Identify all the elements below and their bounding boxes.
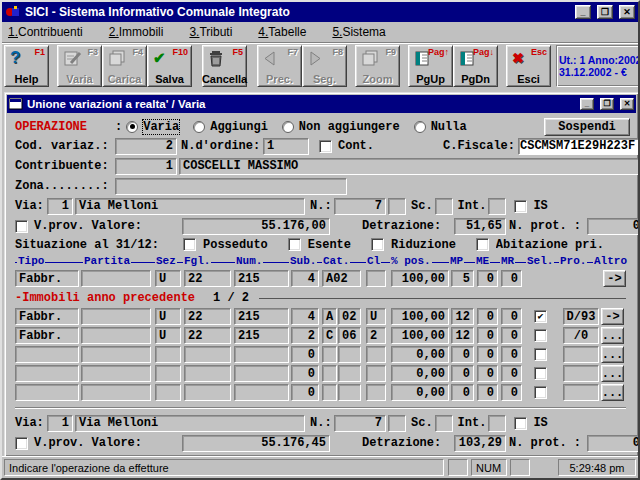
dialog-close-button[interactable]: ✕ <box>620 98 634 110</box>
cell-sez[interactable] <box>155 365 181 382</box>
cell-partita[interactable] <box>81 308 151 325</box>
abitazione-checkbox[interactable] <box>476 238 489 251</box>
altro-button[interactable]: ... <box>601 384 624 401</box>
cell-sub[interactable]: 0 <box>291 346 319 363</box>
cell-sub[interactable]: 2 <box>291 327 319 344</box>
cell-cat[interactable]: A02 <box>322 270 361 287</box>
cell-cl[interactable] <box>366 346 386 363</box>
via-name-field[interactable]: Via Melloni <box>75 198 305 215</box>
cell-partita[interactable] <box>81 384 151 401</box>
cell-mp[interactable]: 0 <box>451 365 474 382</box>
cell-partita[interactable] <box>81 327 151 344</box>
help-button[interactable]: ?F1Help <box>4 45 49 87</box>
cell-cl[interactable] <box>366 384 386 401</box>
cell-cat-number[interactable]: 06 <box>338 327 361 344</box>
radio-non-aggiungere[interactable] <box>282 121 294 133</box>
contribuente-code-field[interactable]: 1 <box>115 158 177 175</box>
sel-checkbox[interactable] <box>534 329 547 342</box>
radio-aggiungi[interactable] <box>193 121 205 133</box>
zona-field[interactable] <box>115 178 347 195</box>
cell-cl[interactable] <box>366 365 386 382</box>
cell-me[interactable]: 0 <box>477 384 498 401</box>
riduzione-checkbox[interactable] <box>371 238 384 251</box>
vprov-checkbox[interactable] <box>15 220 28 233</box>
sel-checkbox[interactable] <box>534 367 547 380</box>
cell-mp[interactable]: 12 <box>451 308 474 325</box>
cell-pro[interactable] <box>563 346 599 363</box>
cell-sub[interactable]: 0 <box>291 365 319 382</box>
valore-field[interactable]: 55.176,00 <box>182 218 330 235</box>
altro-button[interactable]: ... <box>601 346 624 363</box>
altro-button[interactable]: ... <box>601 365 624 382</box>
sospendi-button[interactable]: Sospendi <box>544 118 630 136</box>
minimize-button[interactable]: _ <box>575 5 591 19</box>
cell-sez[interactable]: U <box>155 270 181 287</box>
n-ordine-field[interactable]: 1 <box>263 138 309 155</box>
menu-item-tributi[interactable]: 3.Tributi <box>189 25 232 39</box>
cod-variaz-field[interactable]: 2 <box>115 138 177 155</box>
cell-num[interactable]: 215 <box>234 270 289 287</box>
cell-pos[interactable]: 0,00 <box>391 365 449 382</box>
is-checkbox[interactable] <box>514 417 527 430</box>
dialog-minimize-button[interactable]: _ <box>580 98 594 110</box>
cell-pos[interactable]: 100,00 <box>391 308 449 325</box>
cell-sez[interactable]: U <box>155 308 181 325</box>
cell-pos[interactable]: 0,00 <box>391 384 449 401</box>
int-field[interactable] <box>488 198 506 215</box>
via-code-field[interactable]: 1 <box>47 415 73 432</box>
cell-sub[interactable]: 4 <box>291 308 319 325</box>
cell-me[interactable]: 0 <box>477 346 498 363</box>
cell-pro[interactable]: /0 <box>563 327 599 344</box>
cont-checkbox[interactable] <box>319 140 332 153</box>
cell-pro[interactable] <box>563 365 599 382</box>
cell-cat-number[interactable]: 02 <box>338 308 361 325</box>
cell-cl[interactable]: U <box>366 308 386 325</box>
nprot-field[interactable]: 0 <box>587 218 638 235</box>
cancella-button[interactable]: F5Cancella <box>202 45 247 87</box>
cell-fgl[interactable] <box>184 346 231 363</box>
is-checkbox[interactable] <box>514 200 527 213</box>
close-button[interactable]: ✕ <box>619 5 635 19</box>
sc-field[interactable] <box>435 415 453 432</box>
cell-cat-letter[interactable]: A <box>322 308 337 325</box>
radio-non-aggiungere-label[interactable]: Non aggiungere <box>299 120 400 134</box>
cell-sub[interactable]: 4 <box>291 270 319 287</box>
cell-partita[interactable] <box>81 346 151 363</box>
contribuente-name-field[interactable]: COSCELLI MASSIMO <box>179 158 638 175</box>
n-suffix-field[interactable] <box>388 198 406 215</box>
radio-varia-label[interactable]: Varia <box>143 120 179 134</box>
cell-mp[interactable]: 12 <box>451 327 474 344</box>
radio-aggiungi-label[interactable]: Aggiungi <box>210 120 268 134</box>
cell-sez[interactable] <box>155 346 181 363</box>
cell-tipo[interactable]: Fabbr. <box>15 270 79 287</box>
cell-cat-number[interactable] <box>338 384 361 401</box>
cell-tipo[interactable] <box>15 384 79 401</box>
pgup-button[interactable]: Pag↑PgUp <box>408 45 453 87</box>
sel-checkbox[interactable] <box>534 386 547 399</box>
cell-tipo[interactable] <box>15 365 79 382</box>
cell-num[interactable]: 215 <box>234 308 289 325</box>
cell-tipo[interactable]: Fabbr. <box>15 327 79 344</box>
cell-pro[interactable] <box>563 384 599 401</box>
sel-checkbox[interactable] <box>534 348 547 361</box>
altro-button[interactable]: -> <box>603 270 626 287</box>
detrazione-field[interactable]: 103,29 <box>454 435 506 452</box>
cell-pro[interactable]: D/93 <box>563 308 599 325</box>
cell-num[interactable] <box>234 384 289 401</box>
via-name-field[interactable]: Via Melloni <box>75 415 305 432</box>
sc-field[interactable] <box>435 198 453 215</box>
cell-mp[interactable]: 0 <box>451 346 474 363</box>
cell-cat-number[interactable] <box>338 346 361 363</box>
cell-me[interactable]: 0 <box>477 365 498 382</box>
n-field[interactable]: 7 <box>334 198 386 215</box>
altro-button[interactable]: ... <box>601 327 624 344</box>
cell-fgl[interactable]: 22 <box>184 327 231 344</box>
cell-mr[interactable]: 0 <box>501 308 522 325</box>
cell-me[interactable]: 0 <box>477 308 498 325</box>
cell-pos[interactable]: 100,00 <box>391 270 449 287</box>
menu-item-tabelle[interactable]: 4.Tabelle <box>258 25 306 39</box>
cell-mr[interactable]: 0 <box>501 365 522 382</box>
cell-cat-letter[interactable] <box>322 365 337 382</box>
cell-tipo[interactable] <box>15 346 79 363</box>
n-suffix-field[interactable] <box>388 415 406 432</box>
